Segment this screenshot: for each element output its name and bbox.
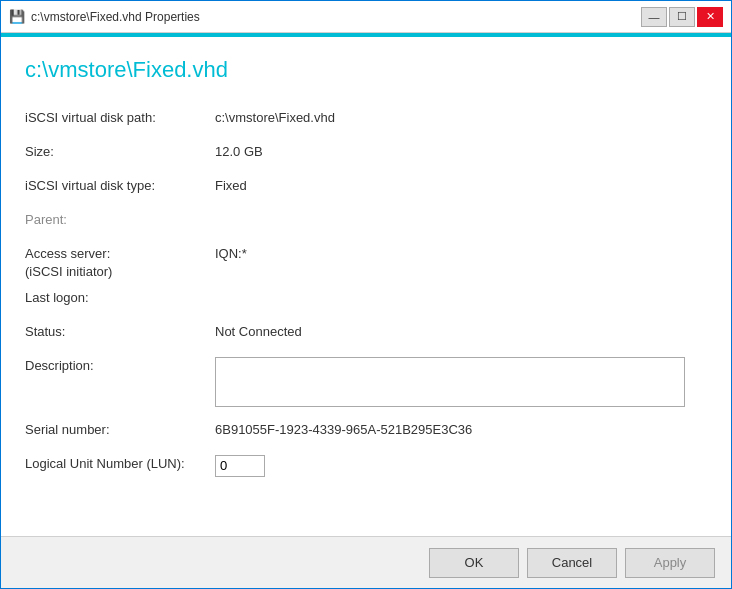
- value-path: c:\vmstore\Fixed.vhd: [215, 107, 707, 127]
- label-parent: Parent:: [25, 209, 215, 229]
- minimize-button[interactable]: —: [641, 7, 667, 27]
- prop-row-path: iSCSI virtual disk path: c:\vmstore\Fixe…: [25, 107, 707, 135]
- value-description: [215, 355, 707, 412]
- label-size: Size:: [25, 141, 215, 161]
- value-type: Fixed: [215, 175, 707, 195]
- value-size: 12.0 GB: [215, 141, 707, 161]
- main-window: 💾 c:\vmstore\Fixed.vhd Properties — ☐ ✕ …: [0, 0, 732, 589]
- value-access: IQN:*: [215, 243, 707, 263]
- title-bar-text: c:\vmstore\Fixed.vhd Properties: [31, 10, 200, 24]
- prop-row-lun: Logical Unit Number (LUN):: [25, 453, 707, 481]
- label-description: Description:: [25, 355, 215, 375]
- value-logon: [215, 287, 707, 289]
- value-parent: [215, 209, 707, 211]
- description-input[interactable]: [215, 357, 685, 407]
- ok-button[interactable]: OK: [429, 548, 519, 578]
- close-button[interactable]: ✕: [697, 7, 723, 27]
- value-lun: [215, 453, 707, 477]
- prop-row-parent: Parent:: [25, 209, 707, 237]
- title-bar-left: 💾 c:\vmstore\Fixed.vhd Properties: [9, 9, 200, 25]
- title-bar: 💾 c:\vmstore\Fixed.vhd Properties — ☐ ✕: [1, 1, 731, 33]
- footer: OK Cancel Apply: [1, 536, 731, 588]
- apply-button[interactable]: Apply: [625, 548, 715, 578]
- label-status: Status:: [25, 321, 215, 341]
- lun-input[interactable]: [215, 455, 265, 477]
- value-serial: 6B91055F-1923-4339-965A-521B295E3C36: [215, 419, 707, 439]
- prop-row-type: iSCSI virtual disk type: Fixed: [25, 175, 707, 203]
- page-title: c:\vmstore\Fixed.vhd: [25, 57, 707, 83]
- window-icon: 💾: [9, 9, 25, 25]
- content-area: c:\vmstore\Fixed.vhd iSCSI virtual disk …: [1, 37, 731, 536]
- prop-row-access: Access server:(iSCSI initiator) IQN:*: [25, 243, 707, 281]
- maximize-button[interactable]: ☐: [669, 7, 695, 27]
- label-serial: Serial number:: [25, 419, 215, 439]
- label-logon: Last logon:: [25, 287, 215, 307]
- value-status: Not Connected: [215, 321, 707, 341]
- prop-row-description: Description:: [25, 355, 707, 412]
- prop-row-serial: Serial number: 6B91055F-1923-4339-965A-5…: [25, 419, 707, 447]
- prop-row-logon: Last logon:: [25, 287, 707, 315]
- cancel-button[interactable]: Cancel: [527, 548, 617, 578]
- label-type: iSCSI virtual disk type:: [25, 175, 215, 195]
- prop-row-status: Status: Not Connected: [25, 321, 707, 349]
- label-lun: Logical Unit Number (LUN):: [25, 453, 215, 473]
- prop-row-size: Size: 12.0 GB: [25, 141, 707, 169]
- title-bar-buttons: — ☐ ✕: [641, 7, 723, 27]
- properties-table: iSCSI virtual disk path: c:\vmstore\Fixe…: [25, 107, 707, 481]
- label-access: Access server:(iSCSI initiator): [25, 243, 215, 281]
- label-path: iSCSI virtual disk path:: [25, 107, 215, 127]
